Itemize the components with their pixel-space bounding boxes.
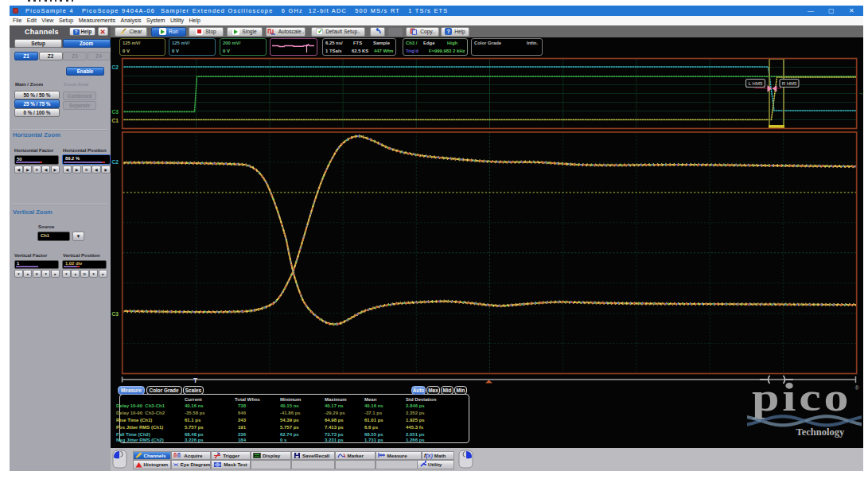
svg-text:→T: →T <box>858 90 864 95</box>
svg-text:R HM5: R HM5 <box>781 81 796 86</box>
svg-text:C1: C1 <box>111 118 119 123</box>
svg-text:C3: C3 <box>111 109 119 115</box>
svg-text:C2: C2 <box>111 159 119 165</box>
svg-text:C3: C3 <box>111 311 119 317</box>
svg-text:L HM5: L HM5 <box>748 81 762 86</box>
svg-text:T: T <box>193 376 198 384</box>
svg-text:C2: C2 <box>111 64 119 70</box>
